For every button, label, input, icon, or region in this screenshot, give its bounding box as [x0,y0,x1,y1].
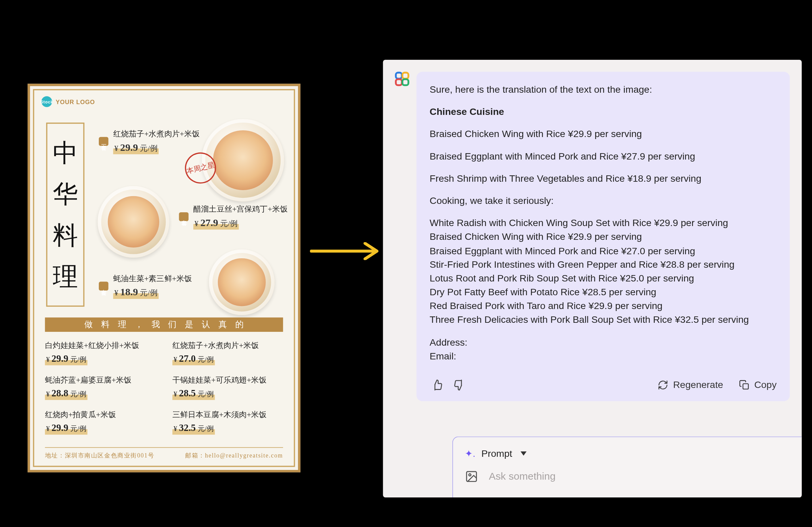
featured-row-3: 套餐三 蚝油生菜+素三鲜+米饭 ¥ 18.9 元/例 [99,273,192,299]
footer-address: 地址：深圳市南山区金色商业街001号 [45,451,155,460]
featured-row-2: 套餐二 醋溜土豆丝+宫保鸡丁+米饭 ¥ 27.9 元/例 [179,204,287,230]
featured-badge: 套餐二 [179,212,188,221]
msg-trailer: Address: [430,335,777,349]
combo-item: 蚝油芥蓝+扁婆豆腐+米饭 ¥ 28.8 元/例 [45,375,156,400]
assistant-message: Sure, here is the translation of the tex… [417,72,790,401]
featured-price: ¥ 29.9 元/例 [113,141,159,154]
msg-item: Stir-Fried Pork Intestines with Green Pe… [430,257,777,271]
combo-name: 三鲜日本豆腐+木须肉+米饭 [172,409,283,420]
msg-item: Lotus Root and Pork Rib Soup Set with Ri… [430,271,777,285]
title-char: 料 [53,218,78,252]
combo-price: ¥ 29.9 元/例 [45,423,88,435]
msg-subhead: Cooking, we take it seriously: [430,194,777,207]
regenerate-label: Regenerate [673,378,723,392]
menu-inner: Stock YOUR LOGO 中 华 料 理 套餐一 红烧茄子+水煮肉片+米饭… [33,89,295,467]
svg-point-3 [469,473,471,476]
regenerate-icon [658,379,668,390]
msg-item: Red Braised Pork with Taro and Rice ¥29.… [430,299,777,313]
copy-button[interactable]: Copy [739,378,777,392]
composer: ✦. Prompt [452,436,802,497]
regenerate-button[interactable]: Regenerate [658,378,723,392]
msg-item: Fresh Shrimp with Three Vegetables and R… [430,171,777,185]
msg-intro: Sure, here is the translation of the tex… [430,82,777,96]
title-char: 华 [53,177,78,211]
combo-name: 干锅娃娃菜+可乐鸡翅+米饭 [172,375,283,386]
msg-item: White Radish with Chicken Wing Soup Set … [430,216,777,229]
combo-item: 三鲜日本豆腐+木须肉+米饭 ¥ 32.5 元/例 [172,409,283,435]
logo-circle-icon: Stock [41,96,52,107]
footer-email: 邮箱：hello@reallygreatsite.com [185,451,283,460]
msg-item: Braised Eggplant with Minced Pork and Ri… [430,243,777,257]
featured-badge: 套餐一 [99,137,108,146]
combo-name: 红烧肉+拍黄瓜+米饭 [45,409,156,420]
featured-name: 醋溜土豆丝+宫保鸡丁+米饭 [193,204,288,215]
featured-name: 红烧茄子+水煮肉片+米饭 [113,128,200,139]
msg-item: Braised Chicken Wing with Rice ¥29.9 per… [430,230,777,243]
assistant-logo-icon [395,72,409,86]
combo-grid: 白灼娃娃菜+红烧小排+米饭 ¥ 29.9 元/例 红烧茄子+水煮肉片+米饭 ¥ … [45,340,283,434]
combo-price: ¥ 28.5 元/例 [172,388,215,400]
combo-item: 干锅娃娃菜+可乐鸡翅+米饭 ¥ 28.5 元/例 [172,375,283,400]
combo-name: 红烧茄子+水煮肉片+米饭 [172,340,283,351]
menu-title-vertical: 中 华 料 理 [46,122,84,306]
msg-item: Dry Pot Fatty Beef with Potato Rice ¥28.… [430,285,777,299]
featured-price: ¥ 18.9 元/例 [113,286,159,299]
copy-icon [739,379,750,390]
prompt-label: Prompt [481,448,512,459]
bowl-illustration [209,249,275,315]
thumbs-down-button[interactable] [451,377,466,393]
title-char: 理 [53,260,78,293]
combo-price: ¥ 28.8 元/例 [45,388,88,400]
svg-rect-1 [743,383,748,389]
message-actions: Regenerate Copy [430,377,777,393]
featured-name: 蚝油生菜+素三鲜+米饭 [113,273,192,284]
arrow-icon [310,242,382,260]
combo-price: ¥ 29.9 元/例 [45,353,88,365]
featured-price: ¥ 27.9 元/例 [193,217,239,229]
image-icon[interactable] [465,470,478,483]
prompt-input[interactable] [489,470,790,482]
msg-heading: Chinese Cuisine [430,106,504,117]
menu-footer: 地址：深圳市南山区金色商业街001号 邮箱：hello@reallygreats… [45,447,283,460]
combo-price: ¥ 27.0 元/例 [172,353,215,365]
menu-logo: Stock YOUR LOGO [41,96,95,107]
title-char: 中 [53,136,78,169]
menu-divider: 做料理，我们是认真的 [45,317,283,332]
caret-down-icon [521,451,527,455]
logo-text: YOUR LOGO [56,98,95,105]
msg-item: Braised Chicken Wing with Rice ¥29.9 per… [430,127,777,141]
chat-panel: Sure, here is the translation of the tex… [383,60,801,497]
combo-name: 白灼娃娃菜+红烧小排+米饭 [45,340,156,351]
combo-item: 红烧肉+拍黄瓜+米饭 ¥ 29.9 元/例 [45,409,156,435]
combo-item: 红烧茄子+水煮肉片+米饭 ¥ 27.0 元/例 [172,340,283,365]
menu-card: Stock YOUR LOGO 中 华 料 理 套餐一 红烧茄子+水煮肉片+米饭… [28,84,301,472]
sparkle-icon: ✦. [465,448,475,459]
combo-name: 蚝油芥蓝+扁婆豆腐+米饭 [45,375,156,386]
msg-trailer: Email: [430,349,777,363]
featured-badge: 套餐三 [99,282,108,290]
featured-row-1: 套餐一 红烧茄子+水煮肉片+米饭 ¥ 29.9 元/例 [99,128,200,154]
thumbs-up-button[interactable] [430,377,445,393]
combo-item: 白灼娃娃菜+红烧小排+米饭 ¥ 29.9 元/例 [45,340,156,365]
combo-price: ¥ 32.5 元/例 [172,423,215,435]
msg-item: Braised Eggplant with Minced Pork and Ri… [430,149,777,163]
assistant-row: Sure, here is the translation of the tex… [383,60,801,401]
copy-label: Copy [754,378,777,392]
bowl-illustration [98,186,169,258]
msg-item: Three Fresh Delicacies with Pork Ball So… [430,313,777,327]
prompt-selector[interactable]: ✦. Prompt [465,448,790,459]
